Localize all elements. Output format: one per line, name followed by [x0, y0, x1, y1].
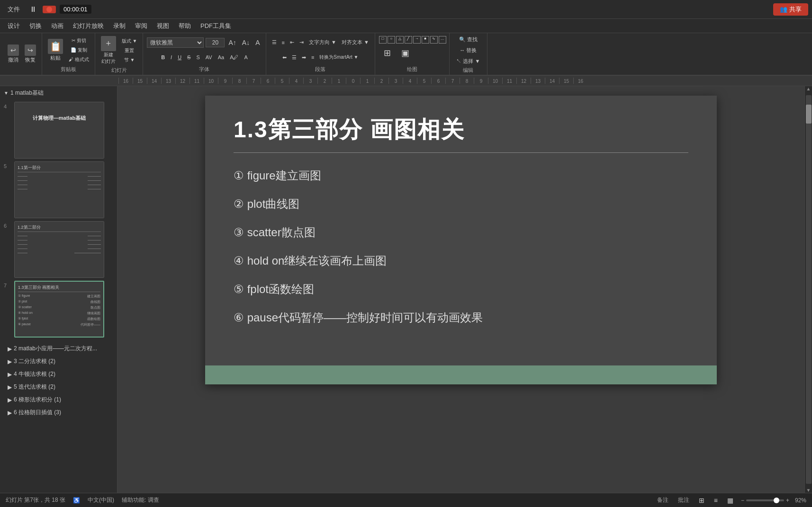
- font-increase-btn[interactable]: A↑: [226, 38, 238, 47]
- zoom-percent[interactable]: 92%: [795, 497, 806, 504]
- comments-btn[interactable]: 批注: [676, 495, 691, 505]
- view-slide-btn[interactable]: ▦: [725, 496, 735, 505]
- quick-styles-btn[interactable]: ▣: [397, 47, 414, 64]
- accessibility-label[interactable]: 辅助功能: 调查: [122, 496, 159, 504]
- section-4-collapse[interactable]: ▶ 4 牛顿法求根 (2): [0, 368, 117, 381]
- notes-btn[interactable]: 备注: [655, 495, 670, 505]
- ribbon-editing-group: 🔍 查找 ↔ 替换 ↖ 选择 ▼ 编辑: [450, 33, 487, 75]
- replace-btn[interactable]: ↔ 替换: [458, 46, 478, 55]
- pause-btn[interactable]: ⏸: [27, 4, 39, 15]
- font-color-btn[interactable]: A: [242, 53, 249, 61]
- share-btn[interactable]: 👥 共享: [773, 3, 808, 16]
- slide-section-btn[interactable]: 节 ▼: [120, 56, 139, 64]
- slide-5-row2: ———————: [18, 178, 101, 182]
- align-text-btn[interactable]: 对齐文本 ▼: [340, 38, 371, 47]
- menu-help[interactable]: 帮助: [175, 21, 195, 31]
- undo-icon: ↩: [8, 44, 19, 56]
- menu-review[interactable]: 审阅: [131, 21, 151, 31]
- vertical-scrollbar-thumb[interactable]: [806, 105, 812, 124]
- strikethrough-btn[interactable]: S: [185, 53, 192, 61]
- menu-switch[interactable]: 切换: [26, 21, 45, 31]
- zoom-plus-icon[interactable]: +: [786, 497, 789, 504]
- file-menu-btn[interactable]: 文件: [4, 4, 24, 15]
- shape-rect[interactable]: □: [379, 36, 387, 44]
- italic-btn[interactable]: I: [169, 53, 174, 61]
- spacing-btn[interactable]: AV: [204, 53, 214, 61]
- indent-decrease-btn[interactable]: ⇤: [288, 38, 296, 46]
- align-right-btn[interactable]: ➡: [300, 53, 308, 62]
- slide-thumb-4[interactable]: 计算物理—matlab基础: [14, 102, 104, 159]
- paste-btn[interactable]: 📋 粘贴: [46, 38, 65, 62]
- indent-increase-btn[interactable]: ⇥: [298, 38, 306, 46]
- menu-view[interactable]: 视图: [153, 21, 173, 31]
- shape-star[interactable]: ★: [422, 36, 429, 44]
- list-bullets-btn[interactable]: ☰: [270, 38, 279, 46]
- shape-arrow[interactable]: →: [413, 36, 421, 44]
- scroll-up-arrow[interactable]: ▲: [806, 86, 811, 91]
- slide-thumb-5[interactable]: 1.1第一部分 ——————— ——————— ——————— ———————: [14, 161, 104, 218]
- section-5-collapse[interactable]: ▶ 5 迭代法求根 (2): [0, 381, 117, 393]
- clipboard-label: 剪贴板: [61, 65, 76, 73]
- menu-design[interactable]: 设计: [4, 21, 24, 31]
- list-numbers-btn[interactable]: ≡: [280, 39, 287, 46]
- justify-btn[interactable]: ≡: [309, 53, 316, 61]
- slide-item-6[interactable]: 6 1.2第二部分 ——————— ——————— ——————— ——————…: [4, 221, 113, 278]
- align-center-btn[interactable]: ☰: [290, 53, 298, 62]
- bold-btn[interactable]: B: [159, 53, 167, 61]
- cut-btn[interactable]: ✂ 剪切: [67, 36, 91, 45]
- ribbon: ↩ 撤消 ↪ 恢复 📋 粘贴 ✂ 剪切 📄 复制 🖌 格式式 剪贴板: [0, 33, 812, 76]
- slide-7-row5: ⑤ fplot函数绘图: [18, 317, 100, 321]
- section-6a-collapse[interactable]: ▶ 6 梯形法求积分 (1): [0, 393, 117, 406]
- slide-layout-btn[interactable]: 版式 ▼: [120, 37, 139, 45]
- font-family-select[interactable]: 微软雅黑: [147, 37, 204, 48]
- menu-pdf[interactable]: PDF工具集: [197, 21, 235, 31]
- section-1-header[interactable]: ▼ 1 matlab基础: [0, 86, 117, 100]
- scroll-down-arrow[interactable]: ▼: [806, 488, 811, 493]
- slide-thumb-6[interactable]: 1.2第二部分 ——————— ——————— ——————— ——————— …: [14, 221, 104, 278]
- underline-btn[interactable]: U: [176, 53, 183, 61]
- smartart-btn[interactable]: 转换为SmartArt ▼: [317, 53, 360, 62]
- undo-btn[interactable]: ↩ 撤消: [6, 44, 21, 64]
- section-6b-collapse[interactable]: ▶ 6 拉格朗日插值 (3): [0, 406, 117, 419]
- shape-line[interactable]: ╱: [405, 36, 412, 44]
- zoom-minus-icon[interactable]: −: [741, 497, 744, 504]
- select-btn[interactable]: ↖ 选择 ▼: [454, 57, 482, 66]
- shape-triangle[interactable]: △: [396, 36, 404, 44]
- redo-btn[interactable]: ↪ 恢复: [23, 44, 38, 64]
- menu-slideshow[interactable]: 幻灯片放映: [69, 21, 108, 31]
- case-btn[interactable]: Aa: [216, 53, 226, 61]
- shape-circle[interactable]: ○: [388, 36, 395, 44]
- slide-item-7[interactable]: 7 1.3第三部分 画图相关 ① figure建立画图 ② plot曲线图 ③ …: [4, 281, 113, 338]
- menu-animation[interactable]: 动画: [47, 21, 67, 31]
- slide-thumb-7[interactable]: 1.3第三部分 画图相关 ① figure建立画图 ② plot曲线图 ③ sc…: [14, 281, 104, 338]
- highlight-btn[interactable]: A🖊: [228, 53, 240, 61]
- zoom-slider[interactable]: [746, 499, 784, 501]
- view-outline-btn[interactable]: ≡: [712, 496, 720, 505]
- text-direction-btn[interactable]: 文字方向 ▼: [307, 38, 338, 47]
- slide-item-5[interactable]: 5 1.1第一部分 ——————— ——————— ——————— ——————…: [4, 161, 113, 218]
- font-clear-btn[interactable]: A: [253, 38, 262, 47]
- format-painter-btn[interactable]: 🖌 格式式: [67, 55, 91, 64]
- vertical-scrollbar-track[interactable]: [806, 95, 812, 484]
- menu-record[interactable]: 录制: [109, 21, 129, 31]
- record-btn[interactable]: [43, 6, 56, 13]
- shadow-btn[interactable]: S: [194, 53, 201, 61]
- section-3-collapse[interactable]: ▶ 3 二分法求根 (2): [0, 355, 117, 368]
- slide-item-4[interactable]: 4 计算物理—matlab基础: [4, 102, 113, 159]
- slide-reset-btn[interactable]: 重置: [120, 46, 139, 55]
- slide-canvas[interactable]: 1.3第三部分 画图相关 ① figure 建立画图 ② plot 曲线图 ③ …: [205, 96, 717, 384]
- arrange-btn[interactable]: ⊞: [379, 47, 396, 64]
- find-btn[interactable]: 🔍 查找: [457, 35, 479, 44]
- view-normal-btn[interactable]: ⊞: [697, 496, 706, 505]
- copy-btn[interactable]: 📄 复制: [67, 46, 91, 54]
- section-5-label: 5 迭代法求根 (2): [14, 383, 55, 391]
- font-decrease-btn[interactable]: A↓: [240, 38, 252, 47]
- section-2-collapse[interactable]: ▶ 2 matlab小应用——元二次方程...: [0, 342, 117, 355]
- shape-more[interactable]: …: [439, 36, 446, 44]
- align-left-btn[interactable]: ⬅: [280, 53, 289, 62]
- font-size-input[interactable]: [206, 38, 225, 47]
- slide-thumb-inner-5: 1.1第一部分 ——————— ——————— ——————— ———————: [15, 162, 104, 218]
- shape-curve[interactable]: ∿: [430, 36, 438, 44]
- new-slide-btn[interactable]: + 新建幻灯片: [99, 35, 118, 66]
- slide-area[interactable]: 1.3第三部分 画图相关 ① figure 建立画图 ② plot 曲线图 ③ …: [117, 86, 804, 493]
